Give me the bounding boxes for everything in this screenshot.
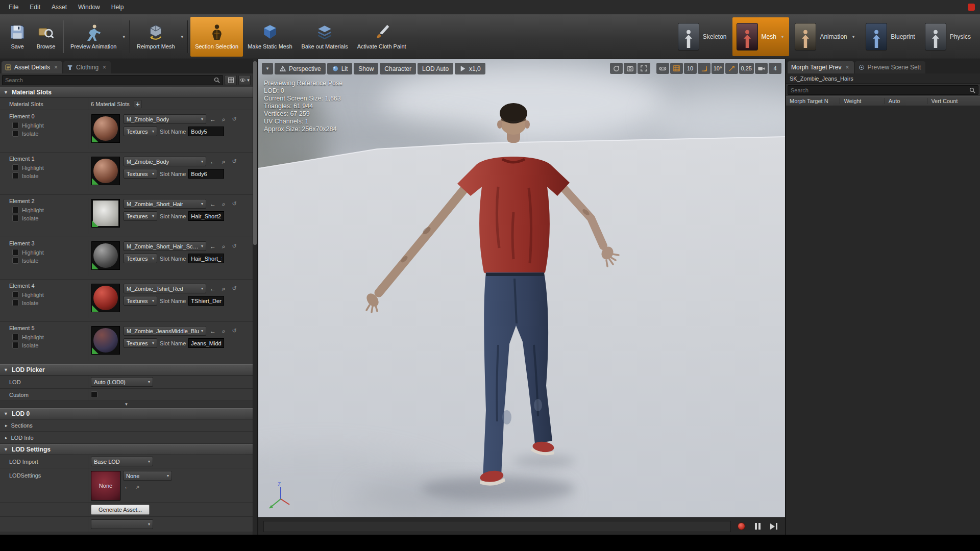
physics-mode-button[interactable]: Physics bbox=[921, 17, 975, 56]
highlight-checkbox[interactable] bbox=[12, 122, 19, 129]
scale-snap-button[interactable] bbox=[725, 63, 738, 74]
reimport-mesh-button[interactable]: Reimport Mesh bbox=[132, 17, 180, 57]
material-select[interactable]: M_Zombie_JeansMiddle_Blu▾ bbox=[124, 326, 206, 336]
reset-to-default-icon[interactable]: ↺ bbox=[230, 115, 238, 123]
character-button[interactable]: Character bbox=[380, 63, 416, 74]
slot-name-input[interactable] bbox=[188, 127, 224, 136]
make-static-mesh-button[interactable]: Make Static Mesh bbox=[243, 17, 297, 57]
mesh-mode-button[interactable]: Mesh ▾ bbox=[732, 17, 790, 56]
reset-to-default-icon[interactable]: ↺ bbox=[230, 327, 238, 335]
record-button[interactable] bbox=[735, 520, 747, 533]
save-button[interactable]: Save bbox=[3, 17, 32, 57]
isolate-row[interactable]: Isolate bbox=[12, 299, 88, 306]
scrollbar-thumb[interactable] bbox=[253, 61, 257, 245]
isolate-checkbox[interactable] bbox=[12, 130, 19, 137]
use-selected-asset-icon[interactable]: ← bbox=[209, 158, 217, 166]
morph-search-input[interactable] bbox=[791, 87, 967, 93]
source-control-status-icon[interactable] bbox=[968, 4, 975, 11]
material-select[interactable]: M_Zmobie_Body▾ bbox=[124, 114, 206, 124]
browse-button[interactable]: Browse bbox=[32, 17, 60, 57]
close-icon[interactable]: × bbox=[846, 64, 849, 70]
viewport-options-button[interactable]: ▼ bbox=[262, 63, 273, 74]
skeleton-mode-button[interactable]: Skeleton bbox=[674, 17, 731, 56]
highlight-row[interactable]: Highlight bbox=[12, 291, 88, 298]
use-selected-asset-icon[interactable]: ← bbox=[209, 242, 217, 251]
tab-clothing[interactable]: Clothing × bbox=[63, 61, 111, 73]
material-select[interactable]: M_Zmobie_Body▾ bbox=[124, 157, 206, 166]
close-icon[interactable]: × bbox=[103, 64, 106, 70]
browse-to-asset-icon[interactable]: ⌕ bbox=[219, 115, 228, 123]
lod-settings-select[interactable]: None▾ bbox=[123, 471, 172, 481]
clipped-dropdown[interactable]: ▾ bbox=[91, 519, 153, 529]
timeline-track[interactable] bbox=[263, 521, 731, 532]
column-weight[interactable]: Weight bbox=[840, 98, 885, 104]
preview-animation-button[interactable]: Preview Animation bbox=[66, 17, 121, 57]
isolate-checkbox[interactable] bbox=[12, 299, 19, 306]
highlight-row[interactable]: Highlight bbox=[12, 334, 88, 340]
highlight-row[interactable]: Highlight bbox=[12, 249, 88, 256]
textures-dropdown[interactable]: Textures▾ bbox=[124, 296, 157, 306]
material-select[interactable]: M_Zombie_Short_Hair▾ bbox=[124, 199, 206, 209]
textures-dropdown[interactable]: Textures▾ bbox=[124, 338, 157, 348]
isolate-row[interactable]: Isolate bbox=[12, 130, 88, 137]
highlight-checkbox[interactable] bbox=[12, 207, 19, 213]
use-selected-asset-icon[interactable]: ← bbox=[209, 327, 217, 335]
slot-name-input[interactable] bbox=[188, 296, 224, 306]
isolate-row[interactable]: Isolate bbox=[12, 342, 88, 348]
browse-to-asset-icon[interactable]: ⌕ bbox=[219, 200, 228, 208]
perspective-button[interactable]: Perspective bbox=[275, 63, 326, 74]
mesh-dropdown-icon[interactable]: ▾ bbox=[780, 34, 786, 39]
menu-edit[interactable]: Edit bbox=[24, 1, 46, 13]
material-thumbnail[interactable] bbox=[91, 241, 120, 270]
close-icon[interactable]: × bbox=[54, 64, 58, 70]
camera-mode-button[interactable] bbox=[656, 63, 669, 74]
animation-mode-button[interactable]: Animation ▾ bbox=[791, 17, 860, 56]
lod-settings-header[interactable]: ▼ LOD Settings bbox=[0, 444, 253, 455]
use-selected-asset-icon[interactable]: ← bbox=[209, 285, 217, 293]
isolate-checkbox[interactable] bbox=[12, 215, 19, 221]
maximize-viewport-button[interactable] bbox=[638, 63, 650, 74]
preview-animation-dropdown-icon[interactable]: ▾ bbox=[121, 34, 127, 39]
textures-dropdown[interactable]: Textures▾ bbox=[124, 169, 157, 179]
textures-dropdown[interactable]: Textures▾ bbox=[124, 254, 157, 263]
lod-select[interactable]: Auto (LOD0)▾ bbox=[91, 377, 153, 387]
isolate-row[interactable]: Isolate bbox=[12, 257, 88, 264]
menu-file[interactable]: File bbox=[3, 1, 24, 13]
browse-to-asset-icon[interactable]: ⌕ bbox=[219, 158, 228, 166]
column-auto[interactable]: Auto bbox=[885, 98, 928, 104]
scale-snap-value[interactable]: 0,25 bbox=[739, 63, 754, 74]
use-selected-asset-icon[interactable]: ← bbox=[209, 200, 217, 208]
rotation-snap-value[interactable]: 10° bbox=[712, 63, 724, 74]
slot-name-input[interactable] bbox=[188, 211, 224, 221]
step-forward-button[interactable] bbox=[768, 520, 780, 533]
advanced-expander[interactable]: ▼ bbox=[0, 401, 253, 408]
isolate-checkbox[interactable] bbox=[12, 172, 19, 179]
lod-import-select[interactable]: Base LOD▾ bbox=[91, 457, 153, 466]
highlight-checkbox[interactable] bbox=[12, 249, 19, 256]
material-thumbnail[interactable] bbox=[91, 284, 120, 312]
highlight-row[interactable]: Highlight bbox=[12, 164, 88, 171]
column-vert-count[interactable]: Vert Count bbox=[927, 98, 980, 104]
reimport-mesh-dropdown-icon[interactable]: ▾ bbox=[180, 34, 185, 39]
tab-morph-target-preview[interactable]: Morph Target Prev × bbox=[788, 61, 854, 73]
tab-preview-scene-settings[interactable]: Preview Scene Sett bbox=[855, 61, 926, 73]
grid-snap-value[interactable]: 10 bbox=[684, 63, 697, 74]
details-search-box[interactable] bbox=[2, 75, 223, 85]
browse-to-asset-icon[interactable]: ⌕ bbox=[219, 242, 228, 251]
highlight-row[interactable]: Highlight bbox=[12, 207, 88, 213]
use-selected-asset-icon[interactable]: ← bbox=[123, 483, 131, 491]
material-thumbnail[interactable] bbox=[91, 199, 120, 228]
use-selected-asset-icon[interactable]: ← bbox=[209, 115, 217, 123]
show-button[interactable]: Show bbox=[354, 63, 378, 74]
add-material-slot-button[interactable]: + bbox=[134, 100, 142, 108]
material-thumbnail[interactable] bbox=[91, 114, 120, 143]
isolate-row[interactable]: Isolate bbox=[12, 172, 88, 179]
rotation-snap-button[interactable] bbox=[698, 63, 710, 74]
material-select[interactable]: M_Zombie_Tshirt_Red▾ bbox=[124, 284, 206, 293]
lod-auto-button[interactable]: LOD Auto bbox=[418, 63, 453, 74]
browse-to-asset-icon[interactable]: ⌕ bbox=[219, 285, 228, 293]
highlight-checkbox[interactable] bbox=[12, 164, 19, 171]
playback-speed-button[interactable]: x1,0 bbox=[455, 63, 485, 74]
bake-out-materials-button[interactable]: Bake out Materials bbox=[297, 17, 353, 57]
lod0-header[interactable]: ▼ LOD 0 bbox=[0, 408, 253, 419]
